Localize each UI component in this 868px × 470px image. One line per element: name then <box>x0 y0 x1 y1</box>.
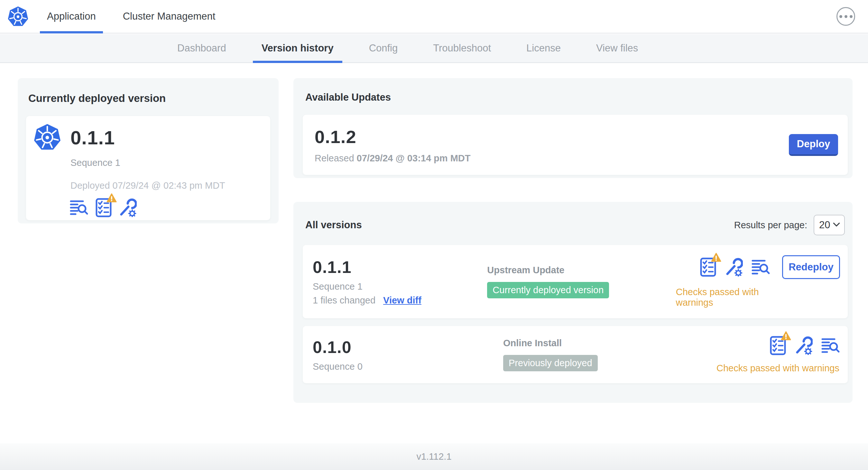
preflight-checks-icon[interactable] <box>770 336 786 355</box>
results-per-page-select[interactable]: 20 <box>814 215 845 235</box>
row-version-number: 0.1.0 <box>313 338 503 357</box>
row-sequence: Sequence 1 <box>313 281 487 292</box>
redeploy-button[interactable]: Redeploy <box>782 255 840 279</box>
warning-triangle-icon <box>781 331 791 342</box>
tab-troubleshoot[interactable]: Troubleshoot <box>415 34 509 62</box>
previously-deployed-badge: Previously deployed <box>503 355 598 371</box>
currently-deployed-version-card: 0.1.1 Sequence 1 Deployed 07/29/24 @ 02:… <box>26 116 270 220</box>
right-column: Available Updates 0.1.2 Released 07/29/2… <box>293 78 852 403</box>
warning-triangle-icon <box>711 253 721 263</box>
version-history-page: Application Cluster Management Dashboard… <box>0 0 868 470</box>
files-changed-label: 1 files changed <box>313 295 375 306</box>
tab-application-label: Application <box>47 11 96 22</box>
release-notes-icon[interactable] <box>822 338 840 353</box>
deploy-button[interactable]: Deploy <box>789 134 838 156</box>
tab-cluster-management-label: Cluster Management <box>123 11 216 22</box>
chevron-down-icon <box>833 222 840 228</box>
currently-deployed-card: Currently deployed version <box>18 78 279 224</box>
update-released-timestamp: Released 07/29/24 @ 03:14 pm MDT <box>315 153 470 164</box>
row-sequence: Sequence 0 <box>313 361 503 372</box>
kubernetes-logo <box>34 123 61 153</box>
deployed-sequence: Sequence 1 <box>70 158 262 168</box>
preflight-checks-icon[interactable] <box>700 258 716 277</box>
kubernetes-logo <box>0 0 33 33</box>
edit-config-icon[interactable] <box>795 336 813 355</box>
tab-view-files[interactable]: View files <box>579 34 656 62</box>
app-subnav: Dashboard Version history Config Trouble… <box>0 34 868 63</box>
app-header: Application Cluster Management <box>0 0 868 33</box>
version-row-0-1-1: 0.1.1 Sequence 1 1 files changed View di… <box>303 245 848 318</box>
version-row-0-1-0: 0.1.0 Sequence 0 Online Install Previous… <box>303 326 848 383</box>
currently-deployed-title: Currently deployed version <box>28 92 270 104</box>
ellipsis-menu-icon[interactable] <box>836 7 855 26</box>
all-versions-section: All versions Results per page: 20 0.1.1 … <box>293 202 852 403</box>
results-per-page-label: Results per page: <box>734 220 807 231</box>
available-updates-section: Available Updates 0.1.2 Released 07/29/2… <box>293 78 852 178</box>
admin-console-version: v1.112.1 <box>416 451 452 462</box>
update-version-number: 0.1.2 <box>315 126 470 147</box>
app-footer: v1.112.1 <box>0 443 868 470</box>
all-versions-title: All versions <box>305 219 362 231</box>
currently-deployed-badge: Currently deployed version <box>487 282 609 298</box>
row-source-label: Upstream Update <box>487 265 564 275</box>
available-updates-title: Available Updates <box>305 92 843 103</box>
edit-config-icon[interactable] <box>119 198 137 217</box>
tab-license[interactable]: License <box>509 34 579 62</box>
deployed-version-number: 0.1.1 <box>70 127 115 149</box>
header-tabs: Application Cluster Management <box>33 0 229 33</box>
tab-config[interactable]: Config <box>351 34 416 62</box>
tab-application[interactable]: Application <box>33 0 110 33</box>
preflight-status-text: Checks passed with warnings <box>676 287 784 308</box>
row-version-number: 0.1.1 <box>313 258 487 277</box>
release-notes-icon[interactable] <box>751 260 770 275</box>
available-update-row: 0.1.2 Released 07/29/24 @ 03:14 pm MDT D… <box>303 115 848 175</box>
deployed-timestamp: Deployed 07/29/24 @ 02:43 pm MDT <box>70 180 262 191</box>
tab-cluster-management[interactable]: Cluster Management <box>110 0 229 33</box>
row-source-label: Online Install <box>503 338 562 348</box>
preflight-status-text: Checks passed with warnings <box>716 363 839 374</box>
edit-config-icon[interactable] <box>725 258 743 276</box>
preflight-checks-icon[interactable] <box>96 198 112 217</box>
tab-version-history[interactable]: Version history <box>244 34 351 62</box>
warning-triangle-icon <box>106 193 117 204</box>
release-notes-icon[interactable] <box>70 200 89 215</box>
tab-dashboard[interactable]: Dashboard <box>160 34 244 62</box>
view-diff-link[interactable]: View diff <box>383 295 422 306</box>
